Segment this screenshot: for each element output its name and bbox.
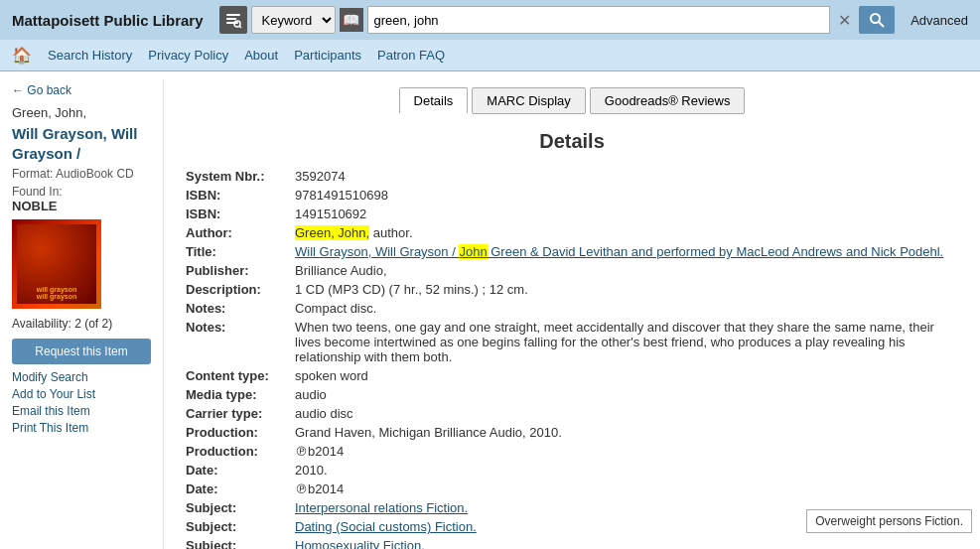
search-bar: Keyword Title Author Subject 📖 ✕ bbox=[219, 6, 896, 34]
top-bar: Mattapoisett Public Library Keyword Titl… bbox=[0, 0, 980, 40]
detail-value: Brilliance Audio, bbox=[289, 261, 964, 280]
detail-value[interactable]: Homosexuality Fiction. bbox=[289, 536, 964, 549]
search-type-icon bbox=[219, 6, 247, 34]
detail-value: audio bbox=[289, 385, 964, 404]
detail-value: spoken word bbox=[289, 366, 964, 385]
detail-label: Subject: bbox=[180, 536, 289, 549]
detail-value: Will Grayson, Will Grayson / John Green … bbox=[289, 242, 964, 261]
table-row: Production:Grand Haven, Michigan Brillia… bbox=[180, 423, 964, 442]
search-type-select[interactable]: Keyword Title Author Subject bbox=[251, 6, 336, 34]
detail-label: Date: bbox=[180, 480, 289, 498]
table-row: ISBN:1491510692 bbox=[180, 205, 964, 223]
table-row: Author:Green, John, author. bbox=[180, 223, 964, 242]
detail-label: System Nbr.: bbox=[180, 167, 289, 186]
modify-search-link[interactable]: Modify Search bbox=[12, 370, 151, 384]
svg-line-4 bbox=[239, 27, 241, 29]
subject-link[interactable]: Homosexuality Fiction. bbox=[295, 538, 425, 549]
tab-details[interactable]: Details bbox=[399, 87, 469, 114]
detail-label: Publisher: bbox=[180, 261, 289, 280]
table-row: Subject:Homosexuality Fiction. bbox=[180, 536, 964, 549]
detail-label: ISBN: bbox=[180, 205, 289, 223]
print-item-link[interactable]: Print This Item bbox=[12, 421, 151, 435]
overweight-tooltip: Overweight persons Fiction. bbox=[806, 509, 972, 533]
table-row: Date:℗b2014 bbox=[180, 480, 964, 498]
panel-title: Details bbox=[180, 130, 964, 153]
detail-value: ℗b2014 bbox=[289, 442, 964, 461]
table-row: ISBN:9781491510698 bbox=[180, 186, 964, 205]
detail-value: ℗b2014 bbox=[289, 480, 964, 498]
svg-rect-0 bbox=[226, 14, 240, 16]
availability: Availability: 2 (of 2) bbox=[12, 317, 151, 331]
book-icon: 📖 bbox=[340, 8, 363, 32]
table-row: Carrier type:audio disc bbox=[180, 404, 964, 423]
book-cover: will graysonwill grayson bbox=[12, 219, 101, 309]
subject-link[interactable]: Interpersonal relations Fiction. bbox=[295, 500, 468, 515]
tab-goodreads[interactable]: Goodreads® Reviews bbox=[590, 87, 746, 114]
book-cover-text: will graysonwill grayson bbox=[37, 286, 76, 300]
table-row: Title:Will Grayson, Will Grayson / John … bbox=[180, 242, 964, 261]
detail-label: Author: bbox=[180, 223, 289, 242]
detail-value: 9781491510698 bbox=[289, 186, 964, 205]
svg-rect-1 bbox=[226, 18, 236, 20]
tab-row: Details MARC Display Goodreads® Reviews bbox=[180, 87, 964, 114]
detail-label: Production: bbox=[180, 423, 289, 442]
detail-label: Title: bbox=[180, 242, 289, 261]
detail-value: Green, John, author. bbox=[289, 223, 964, 242]
svg-rect-2 bbox=[226, 22, 238, 24]
detail-value: audio disc bbox=[289, 404, 964, 423]
table-row: Notes:When two teens, one gay and one st… bbox=[180, 318, 964, 366]
detail-label: ISBN: bbox=[180, 186, 289, 205]
detail-label: Media type: bbox=[180, 385, 289, 404]
table-row: Production:℗b2014 bbox=[180, 442, 964, 461]
table-row: Media type:audio bbox=[180, 385, 964, 404]
detail-label: Carrier type: bbox=[180, 404, 289, 423]
go-back-link[interactable]: Go back bbox=[12, 83, 151, 97]
nav-bar: 🏠 Search History Privacy Policy About Pa… bbox=[0, 40, 980, 71]
details-table: System Nbr.:3592074ISBN:9781491510698ISB… bbox=[180, 167, 964, 549]
detail-value: 2010. bbox=[289, 461, 964, 480]
clear-button[interactable]: ✕ bbox=[834, 11, 855, 30]
sidebar-foundin-value: NOBLE bbox=[12, 199, 151, 213]
search-button[interactable] bbox=[859, 6, 895, 34]
detail-label: Notes: bbox=[180, 299, 289, 318]
table-row: Date:2010. bbox=[180, 461, 964, 480]
table-row: Content type:spoken word bbox=[180, 366, 964, 385]
detail-label: Notes: bbox=[180, 318, 289, 366]
book-cover-inner: will graysonwill grayson bbox=[17, 224, 96, 304]
detail-value: Grand Haven, Michigan Brilliance Audio, … bbox=[289, 423, 964, 442]
subject-link[interactable]: Dating (Social customs) Fiction. bbox=[295, 519, 477, 534]
sidebar: Go back Green, John, Will Grayson, Will … bbox=[0, 79, 164, 549]
sidebar-title: Will Grayson, Will Grayson / bbox=[12, 124, 151, 163]
detail-value: When two teens, one gay and one straight… bbox=[289, 318, 964, 366]
content-area: Go back Green, John, Will Grayson, Will … bbox=[0, 71, 980, 549]
nav-about[interactable]: About bbox=[244, 48, 278, 63]
email-item-link[interactable]: Email this Item bbox=[12, 404, 151, 418]
add-to-list-link[interactable]: Add to Your List bbox=[12, 387, 151, 401]
detail-label: Description: bbox=[180, 280, 289, 299]
detail-label: Subject: bbox=[180, 498, 289, 517]
home-icon[interactable]: 🏠 bbox=[12, 46, 32, 65]
table-row: Publisher:Brilliance Audio, bbox=[180, 261, 964, 280]
detail-value: 1491510692 bbox=[289, 205, 964, 223]
detail-label: Date: bbox=[180, 461, 289, 480]
detail-label: Content type: bbox=[180, 366, 289, 385]
detail-value: 3592074 bbox=[289, 167, 964, 186]
detail-label: Production: bbox=[180, 442, 289, 461]
sidebar-format: Format: AudioBook CD bbox=[12, 167, 151, 181]
nav-patron-faq[interactable]: Patron FAQ bbox=[377, 48, 445, 63]
tab-marc-display[interactable]: MARC Display bbox=[472, 87, 586, 114]
advanced-link[interactable]: Advanced bbox=[910, 13, 968, 28]
request-item-button[interactable]: Request this Item bbox=[12, 339, 151, 364]
nav-search-history[interactable]: Search History bbox=[48, 48, 132, 63]
sidebar-author: Green, John, bbox=[12, 105, 151, 120]
svg-line-6 bbox=[879, 22, 884, 27]
sidebar-foundin-label: Found In: bbox=[12, 185, 151, 199]
nav-participants[interactable]: Participants bbox=[294, 48, 361, 63]
nav-privacy-policy[interactable]: Privacy Policy bbox=[148, 48, 228, 63]
detail-label: Subject: bbox=[180, 517, 289, 536]
table-row: Description:1 CD (MP3 CD) (7 hr., 52 min… bbox=[180, 280, 964, 299]
library-name: Mattapoisett Public Library bbox=[12, 12, 204, 29]
svg-point-5 bbox=[871, 14, 880, 23]
detail-value: 1 CD (MP3 CD) (7 hr., 52 mins.) ; 12 cm. bbox=[289, 280, 964, 299]
search-input[interactable] bbox=[367, 6, 831, 34]
